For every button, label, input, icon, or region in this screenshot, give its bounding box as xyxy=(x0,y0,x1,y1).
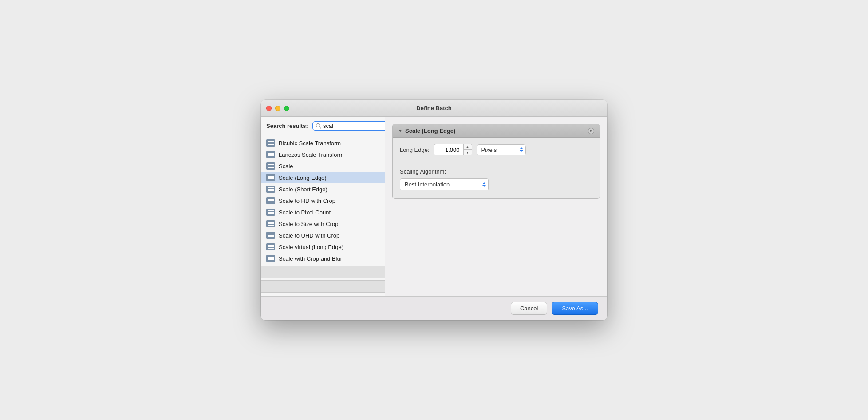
algorithm-label: Scaling Algorithm: xyxy=(400,168,592,175)
item-transform-icon xyxy=(266,186,275,193)
define-batch-window: Define Batch Search results: ✕ Bicubic S… xyxy=(261,100,607,320)
main-content: Search results: ✕ Bicubic Scale Transfor… xyxy=(261,117,607,296)
list-divider-1 xyxy=(261,266,385,278)
long-edge-input[interactable] xyxy=(434,145,463,155)
items-list: Bicubic Scale TransformLanczos Scale Tra… xyxy=(261,135,385,296)
list-divider-2 xyxy=(261,280,385,293)
item-transform-icon xyxy=(266,174,275,181)
long-edge-input-wrapper: ▲ ▼ xyxy=(434,144,472,155)
item-label: Scale to HD with Crop xyxy=(279,198,335,204)
algorithm-select[interactable]: Best Interpolation Nearest Neighbor Bili… xyxy=(400,178,489,190)
item-transform-icon xyxy=(266,255,275,262)
maximize-button[interactable] xyxy=(284,106,289,111)
item-label: Scale virtual (Long Edge) xyxy=(279,244,343,250)
long-edge-increment[interactable]: ▲ xyxy=(464,144,472,150)
list-item[interactable]: Scale (Short Edge) xyxy=(261,183,385,195)
item-label: Lanczos Scale Transform xyxy=(279,151,344,158)
list-item[interactable]: Scale (Long Edge) xyxy=(261,172,385,183)
save-as-button[interactable]: Save As... xyxy=(552,302,598,315)
collapse-icon[interactable]: ▼ xyxy=(398,129,402,133)
item-transform-icon xyxy=(266,151,275,158)
long-edge-decrement[interactable]: ▼ xyxy=(464,150,472,155)
list-item[interactable]: Scale to Size with Crop xyxy=(261,218,385,230)
item-label: Scale (Long Edge) xyxy=(279,174,327,181)
item-transform-icon xyxy=(266,220,275,227)
separator xyxy=(400,162,592,162)
close-button[interactable] xyxy=(266,106,272,111)
config-panel: ▼ Scale (Long Edge) ✕ Long Edge: ▲ ▼ xyxy=(392,124,600,199)
item-transform-icon xyxy=(266,243,275,250)
item-label: Scale with Crop and Blur xyxy=(279,255,342,262)
config-header: ▼ Scale (Long Edge) ✕ xyxy=(393,124,600,138)
item-transform-icon xyxy=(266,162,275,170)
list-item[interactable]: Scale to UHD with Crop xyxy=(261,230,385,241)
item-label: Bicubic Scale Transform xyxy=(279,140,341,147)
search-label: Search results: xyxy=(266,123,308,129)
item-label: Scale (Short Edge) xyxy=(279,186,327,193)
item-label: Scale xyxy=(279,163,293,170)
unit-select[interactable]: Pixels Percent Inches Centimeters xyxy=(477,144,526,155)
cancel-button[interactable]: Cancel xyxy=(511,302,547,315)
config-body: Long Edge: ▲ ▼ Pixels Percent xyxy=(393,138,600,198)
search-area: Search results: ✕ xyxy=(261,117,385,135)
config-close-button[interactable]: ✕ xyxy=(588,128,594,134)
svg-line-1 xyxy=(319,127,321,129)
item-transform-icon xyxy=(266,232,275,239)
list-item[interactable]: Bicubic Scale Transform xyxy=(261,137,385,149)
titlebar: Define Batch xyxy=(261,100,607,117)
list-item[interactable]: Scale to HD with Crop xyxy=(261,195,385,206)
item-transform-icon xyxy=(266,209,275,216)
list-item[interactable]: Scale xyxy=(261,160,385,172)
item-label: Scale to Size with Crop xyxy=(279,221,338,227)
bottom-bar: Cancel Save As... xyxy=(261,296,607,320)
unit-select-wrapper: Pixels Percent Inches Centimeters xyxy=(477,144,526,155)
traffic-lights xyxy=(266,106,289,111)
left-panel: Search results: ✕ Bicubic Scale Transfor… xyxy=(261,117,385,296)
long-edge-row: Long Edge: ▲ ▼ Pixels Percent xyxy=(400,144,592,155)
item-transform-icon xyxy=(266,197,275,204)
config-title: Scale (Long Edge) xyxy=(405,127,455,134)
item-label: Scale to UHD with Crop xyxy=(279,232,339,239)
item-label: Scale to Pixel Count xyxy=(279,209,331,216)
long-edge-label: Long Edge: xyxy=(400,147,430,153)
list-item[interactable]: Scale virtual (Long Edge) xyxy=(261,241,385,253)
list-item[interactable]: Scale with Crop and Blur xyxy=(261,253,385,264)
algorithm-select-wrapper: Best Interpolation Nearest Neighbor Bili… xyxy=(400,178,489,190)
search-icon xyxy=(316,123,321,129)
window-title: Define Batch xyxy=(416,105,451,111)
list-item[interactable]: Scale to Pixel Count xyxy=(261,206,385,218)
item-transform-icon xyxy=(266,139,275,147)
long-edge-stepper: ▲ ▼ xyxy=(463,144,472,155)
minimize-button[interactable] xyxy=(275,106,280,111)
right-panel: ▼ Scale (Long Edge) ✕ Long Edge: ▲ ▼ xyxy=(385,117,607,296)
algorithm-section: Scaling Algorithm: Best Interpolation Ne… xyxy=(400,168,592,190)
list-item[interactable]: Lanczos Scale Transform xyxy=(261,149,385,160)
